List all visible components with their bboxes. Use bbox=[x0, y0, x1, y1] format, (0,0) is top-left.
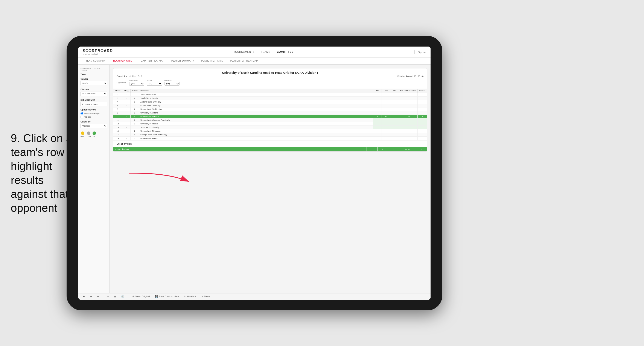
col-loss: Loss bbox=[382, 89, 390, 93]
table-row[interactable]: 4-1Arizona State University bbox=[114, 100, 427, 104]
table-cell: 2 bbox=[130, 107, 139, 111]
out-of-division-section: Out of division bbox=[113, 140, 427, 147]
share-btn[interactable]: ↗ Share bbox=[200, 295, 211, 298]
undo2-btn[interactable]: ↩ bbox=[96, 295, 100, 298]
clock-btn[interactable]: 🕐 bbox=[120, 295, 126, 298]
table-cell bbox=[382, 111, 390, 115]
table-cell: - bbox=[122, 118, 130, 122]
table-cell: 4 bbox=[130, 133, 139, 136]
table-cell bbox=[382, 118, 390, 122]
table-row[interactable]: 14-2University of Oklahoma bbox=[114, 129, 427, 133]
table-cell: - bbox=[122, 133, 130, 136]
table-cell: 8 bbox=[114, 107, 122, 111]
table-cell bbox=[390, 93, 399, 96]
step-number: 9. bbox=[11, 132, 20, 144]
redo-btn[interactable]: ↪ bbox=[89, 295, 94, 298]
paste-btn[interactable]: ⊞ bbox=[113, 295, 117, 298]
view-original-btn[interactable]: 👁 View: Original bbox=[131, 295, 151, 298]
table-row[interactable]: 2-1Auburn University bbox=[114, 93, 427, 96]
colour-by-label: Colour by bbox=[80, 121, 107, 123]
table-cell: 2 bbox=[130, 96, 139, 100]
table-row[interactable]: 9-3University of Arizona bbox=[114, 111, 427, 115]
table-cell: 3 bbox=[130, 136, 139, 140]
table-cell bbox=[382, 133, 390, 136]
table-row[interactable]: 11-5University of Alabama3002.618 bbox=[114, 115, 427, 118]
table-row[interactable]: 15-4Georgia Institute of Technology bbox=[114, 133, 427, 136]
gender-label: Gender bbox=[80, 78, 107, 80]
table-cell: 1 bbox=[130, 100, 139, 104]
subnav-player-summary[interactable]: PLAYER SUMMARY bbox=[168, 58, 197, 64]
table-cell bbox=[390, 133, 399, 136]
legend-down-label: Down bbox=[80, 135, 85, 137]
region-select[interactable]: (All) bbox=[147, 82, 162, 86]
ood-row[interactable]: NCAA Division II 1 0 0 26.00 3 bbox=[114, 147, 427, 151]
table-cell: Auburn University bbox=[139, 93, 373, 96]
undo-btn[interactable]: ↩ bbox=[82, 295, 86, 298]
save-custom-view-btn[interactable]: 💾 Save Custom View bbox=[154, 295, 180, 298]
table-row[interactable]: 11-6University of Arkansas, Fayetteville bbox=[114, 118, 427, 122]
subnav-player-h2h-grid[interactable]: PLAYER H2H GRID bbox=[198, 58, 226, 64]
table-cell bbox=[373, 100, 382, 104]
last-updated-label: Last Updated: 27/03/2024 bbox=[80, 67, 107, 69]
table-cell: 9 bbox=[114, 111, 122, 115]
filter-row: Opponents: Conference (All) Region ( bbox=[116, 79, 424, 86]
sign-out-link[interactable]: Sign out bbox=[418, 51, 426, 53]
table-cell bbox=[418, 122, 427, 125]
division-label: Division bbox=[80, 88, 107, 91]
subnav-team-h2h-grid[interactable]: TEAM H2H GRID bbox=[110, 58, 135, 64]
school-input[interactable] bbox=[80, 102, 107, 106]
colour-by-select[interactable]: Win/loss bbox=[80, 124, 107, 128]
out-of-division-table: NCAA Division II 1 0 0 26.00 3 bbox=[113, 147, 427, 151]
subnav-team-h2h-heatmap[interactable]: TEAM H2H HEATMAP bbox=[136, 58, 167, 64]
table-row[interactable]: 13-1Texas Tech University bbox=[114, 125, 427, 129]
top-100-label: Top 100 bbox=[84, 116, 91, 118]
table-cell bbox=[418, 125, 427, 129]
share-icon: ↗ bbox=[201, 295, 203, 298]
col-tie: Tie bbox=[390, 89, 399, 93]
nav-tournaments[interactable]: TOURNAMENTS bbox=[234, 50, 254, 53]
opponent-filter-label: Opponent bbox=[164, 79, 180, 81]
table-cell bbox=[418, 104, 427, 107]
last-updated: Last Updated: 27/03/2024 16:55:38 bbox=[80, 67, 107, 71]
table-cell bbox=[382, 96, 390, 100]
table-cell bbox=[390, 96, 399, 100]
table-body: 2-1Auburn University3-2Vanderbilt Univer… bbox=[114, 93, 427, 140]
table-cell bbox=[418, 107, 427, 111]
table-cell: University of Virginia bbox=[139, 122, 373, 125]
table-cell bbox=[418, 129, 427, 133]
table-row[interactable]: 16-3University of Florida bbox=[114, 136, 427, 140]
table-cell bbox=[418, 96, 427, 100]
grid-container: University of North Carolina Head-to-Hea… bbox=[113, 68, 427, 152]
nav-teams[interactable]: TEAMS bbox=[261, 50, 270, 53]
division-record: Division Record: 88 - 17 - 0 bbox=[398, 75, 424, 78]
table-row[interactable]: 6-2Florida State University bbox=[114, 104, 427, 107]
table-cell: University of Arizona bbox=[139, 111, 373, 115]
table-row[interactable]: 3-2Vanderbilt University bbox=[114, 96, 427, 100]
watch-btn[interactable]: 👁 Watch ▾ bbox=[182, 295, 197, 298]
nav-committee[interactable]: COMMITTEE bbox=[277, 50, 293, 53]
subnav-player-h2h-heatmap[interactable]: PLAYER H2H HEATMAP bbox=[227, 58, 261, 64]
grid-records: Overall Record: 89 - 17 - 0 Division Rec… bbox=[116, 75, 424, 78]
table-cell bbox=[373, 125, 382, 129]
nav-links: TOURNAMENTS TEAMS COMMITTEE bbox=[234, 50, 293, 53]
table-row[interactable]: 12-3University of Virginia bbox=[114, 122, 427, 125]
table-cell bbox=[418, 133, 427, 136]
radio-top-100[interactable]: Top 100 bbox=[80, 116, 107, 118]
col-rank: # Rank bbox=[114, 89, 122, 93]
table-cell: University of Washington bbox=[139, 107, 373, 111]
copy-btn[interactable]: ⧉ bbox=[106, 295, 110, 298]
table-cell: Vanderbilt University bbox=[139, 96, 373, 100]
conference-select[interactable]: (All) bbox=[129, 82, 144, 86]
table-cell: - bbox=[122, 107, 130, 111]
radio-opponents-played[interactable]: Opponents Played bbox=[80, 112, 107, 115]
table-cell: 11 bbox=[114, 115, 122, 118]
brand-subtitle: Powered by clippi bbox=[83, 53, 113, 55]
opponent-select[interactable]: (All) bbox=[164, 82, 180, 86]
table-cell: University of Oklahoma bbox=[139, 129, 373, 133]
division-select[interactable]: NCAA Division I bbox=[80, 92, 107, 96]
table-row[interactable]: 8-2University of Washington bbox=[114, 107, 427, 111]
col-opponent: Opponent bbox=[139, 89, 373, 93]
subnav-team-summary[interactable]: TEAM SUMMARY bbox=[83, 58, 109, 64]
table-cell: 12 bbox=[114, 122, 122, 125]
gender-select[interactable]: Men's bbox=[80, 81, 107, 85]
